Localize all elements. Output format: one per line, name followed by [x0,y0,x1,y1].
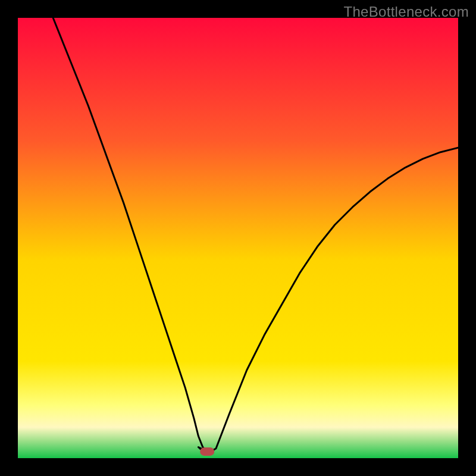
watermark-text: TheBottleneck.com [343,4,469,20]
chart-frame: TheBottleneck.com [0,0,476,476]
optimal-marker [200,447,214,456]
plot-area [18,18,458,458]
chart-svg [18,18,458,458]
